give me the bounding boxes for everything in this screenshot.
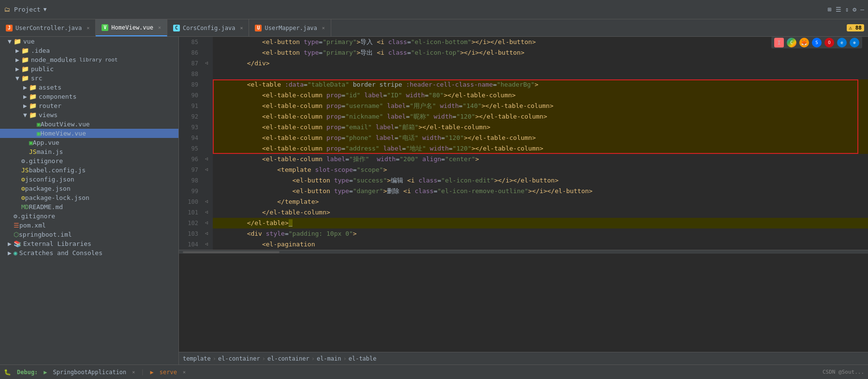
sidebar-item-gitignore-inner[interactable]: ⚙ .gitignore	[0, 156, 178, 166]
line-gutter: ◁	[203, 239, 213, 250]
tab-usercontroller[interactable]: J UserController.java ✕	[0, 19, 96, 36]
arrow-icon-components: ▶	[21, 93, 29, 100]
sidebar-item-jsconfig[interactable]: ⚙ jsconfig.json	[0, 175, 178, 184]
sidebar-item-package[interactable]: ⚙ package.json	[0, 184, 178, 193]
project-dropdown-icon[interactable]: ▼	[44, 6, 47, 13]
line-number: 101	[179, 207, 203, 218]
line-content: <el-table-column prop="id" label="ID" wi…	[213, 90, 868, 101]
sidebar-item-mainjs[interactable]: JS main.js	[0, 147, 178, 156]
sidebar-label-scratches: Scratches and Consoles	[19, 249, 103, 257]
layout-icon[interactable]: ⊞	[828, 6, 832, 13]
settings-icon[interactable]: ⚙	[853, 6, 856, 13]
folder-icon-idea: 📁	[21, 47, 29, 54]
sidebar-item-node-modules[interactable]: ▶ 📁 node_modules library root	[0, 55, 178, 64]
sidebar-label-assets: assets	[39, 84, 61, 91]
sidebar-label-extlibs: External Libraries	[23, 240, 91, 247]
sidebar-item-views[interactable]: ▼ 📁 views	[0, 110, 178, 120]
line-content: <el-table-column prop="phone" label="电话"…	[213, 133, 868, 143]
editor-content[interactable]: 85 <el-button type="primary">导入 <i class…	[179, 37, 868, 352]
sidebar-item-ext-libs[interactable]: ▶ 📚 External Libraries	[0, 239, 178, 248]
code-line-98: 98 <el-button type="success">编辑 <i class…	[179, 175, 868, 186]
line-content: <el-table-column prop="email" label="邮箱"…	[213, 122, 868, 133]
chrome-icon[interactable]: C	[787, 38, 796, 47]
ie-icon[interactable]: e	[837, 38, 847, 47]
breadcrumb-el-main[interactable]: el-main	[317, 355, 341, 362]
close-serve-button[interactable]: ✕	[183, 369, 186, 375]
line-content	[213, 69, 868, 79]
breadcrumb-template[interactable]: template	[183, 355, 211, 362]
arrow-icon-assets: ▶	[21, 84, 29, 91]
tab-close-usercontroller[interactable]: ✕	[87, 25, 89, 30]
line-number: 88	[179, 69, 203, 79]
safari-icon[interactable]: S	[812, 38, 822, 47]
code-line-97: 97 ◁ <template slot-scope="scope">	[179, 165, 868, 175]
tab-corsconfig[interactable]: C CorsConfig.java ✕	[167, 19, 249, 36]
sidebar-item-public[interactable]: ▶ 📁 public	[0, 64, 178, 74]
sidebar-item-gitignore-root[interactable]: ⚙ .gitignore	[0, 212, 178, 221]
sidebar-item-packagelock[interactable]: ⚙ package-lock.json	[0, 193, 178, 202]
sidebar-label-views: views	[39, 111, 58, 119]
line-content: <el-table-column label="操作" width="200" …	[213, 154, 868, 165]
sidebar-item-homeview[interactable]: ▣ HomeView.vue	[0, 129, 178, 138]
sidebar-label-aboutview: AboutView.vue	[41, 121, 90, 128]
arrow-icon-idea: ▶	[14, 47, 21, 54]
sidebar-item-aboutview[interactable]: ▣ AboutView.vue	[0, 120, 178, 129]
line-gutter: ◁	[203, 207, 213, 218]
sidebar-item-idea[interactable]: ▶ 📁 .idea	[0, 46, 178, 55]
line-content: </el-table-column>	[213, 207, 868, 218]
sidebar-label-vue: vue	[23, 38, 34, 45]
list-icon[interactable]: ☰	[836, 6, 841, 13]
serve-label[interactable]: serve	[160, 369, 177, 376]
sidebar-item-readme[interactable]: MD README.md	[0, 202, 178, 212]
line-gutter	[203, 133, 213, 143]
firefox-icon[interactable]: 🦊	[799, 38, 809, 47]
line-content: <el-button type="danger">删除 <i class="el…	[213, 186, 868, 197]
line-gutter	[203, 122, 213, 133]
sidebar-item-scratches[interactable]: ▶ ◉ Scratches and Consoles	[0, 248, 178, 258]
line-content: <div style="padding: 10px 0">	[213, 228, 868, 239]
tab-close-homeview[interactable]: ✕	[158, 25, 161, 30]
project-folder-icon: 🗂	[4, 6, 10, 13]
sidebar-label-packagelock: package-lock.json	[25, 194, 89, 201]
sidebar-item-assets[interactable]: ▶ 📁 assets	[0, 83, 178, 92]
tab-close-usermapper[interactable]: ✕	[322, 25, 325, 30]
status-bar: 🐛 Debug: ▶ SpringbootApplication ✕ | ▶ s…	[0, 364, 868, 379]
breadcrumb-el-table[interactable]: el-table	[349, 355, 377, 362]
line-gutter: ◁	[203, 228, 213, 239]
breadcrumb-el-container-2[interactable]: el-container	[267, 355, 309, 362]
file-icon-package: ⚙	[21, 185, 25, 192]
tab-icon-cors: C	[173, 25, 180, 31]
minimize-icon[interactable]: —	[860, 6, 864, 13]
intellij-icon[interactable]: I	[774, 38, 784, 47]
line-content: <template slot-scope="scope">	[213, 165, 868, 175]
line-gutter: ◁	[203, 58, 213, 69]
app-name[interactable]: SpringbootApplication	[53, 369, 127, 376]
sidebar-item-pom[interactable]: ☰ pom.xml	[0, 221, 178, 230]
edge-icon[interactable]: ⊕	[850, 38, 859, 47]
breadcrumb-el-container-1[interactable]: el-container	[218, 355, 260, 362]
sidebar-item-springboot[interactable]: ⬡ springboot.iml	[0, 230, 178, 239]
sidebar-item-vue[interactable]: ▼ 📁 vue	[0, 37, 178, 46]
close-app-button[interactable]: ✕	[132, 369, 135, 375]
sidebar-item-components[interactable]: ▶ 📁 components	[0, 92, 178, 101]
sidebar-item-appvue[interactable]: ▣ App.vue	[0, 138, 178, 147]
sidebar-item-router[interactable]: ▶ 📁 router	[0, 101, 178, 110]
tab-homeview[interactable]: V HomeView.vue ✕	[96, 19, 167, 36]
opera-icon[interactable]: O	[824, 38, 834, 47]
breadcrumb-sep-4: ›	[343, 355, 346, 362]
sort-icon[interactable]: ⇕	[845, 6, 849, 13]
tab-usermapper[interactable]: U UserMapper.java ✕	[249, 19, 331, 36]
line-content: <el-button type="success">编辑 <i class="e…	[213, 175, 868, 186]
debug-label: Debug:	[17, 369, 38, 376]
file-icon-gitignore-inner: ⚙	[21, 157, 25, 165]
sidebar-item-src[interactable]: ▼ 📁 src	[0, 74, 178, 83]
arrow-icon-views: ▼	[21, 111, 29, 119]
tab-icon-vue: V	[102, 24, 108, 31]
sidebar-label-springboot: springboot.iml	[19, 231, 72, 238]
folder-icon-vue: 📁	[14, 38, 21, 45]
arrow-icon-scratches: ▶	[6, 249, 14, 257]
tab-close-corsconfig[interactable]: ✕	[240, 25, 243, 30]
sidebar-item-babel[interactable]: JS babel.config.js	[0, 166, 178, 175]
line-number: 85	[179, 37, 203, 47]
sidebar-label-gitignore-inner: .gitignore	[25, 157, 63, 165]
